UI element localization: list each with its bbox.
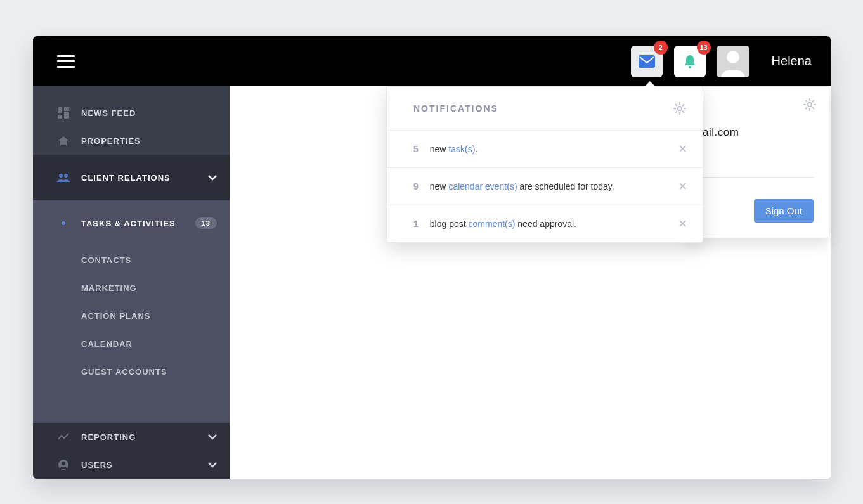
svg-point-7: [59, 174, 63, 178]
mail-icon: [639, 55, 655, 68]
svg-point-20: [678, 107, 682, 110]
sidebar-item-marketing[interactable]: MARKETING: [33, 274, 230, 302]
sidebar-item-label: MARKETING: [81, 283, 137, 293]
svg-line-19: [805, 107, 807, 109]
svg-point-8: [64, 174, 68, 178]
home-icon: [56, 135, 71, 146]
bell-icon: [683, 54, 697, 69]
sidebar-section-client: CLIENT RELATIONS: [33, 155, 230, 200]
sidebar-item-news-feed[interactable]: NEWS FEED: [33, 99, 230, 127]
sidebar-item-client-relations[interactable]: CLIENT RELATIONS: [33, 155, 230, 200]
notification-text: new task(s).: [430, 144, 477, 154]
sidebar-item-label: CALENDAR: [81, 339, 133, 349]
avatar-button[interactable]: [717, 46, 749, 77]
mail-badge: 2: [654, 41, 668, 55]
bell-badge: 13: [697, 41, 711, 55]
sidebar-item-label: USERS: [81, 460, 208, 470]
notification-link[interactable]: task(s): [448, 144, 475, 154]
chart-icon: [56, 433, 71, 441]
sidebar-item-label: ACTION PLANS: [81, 311, 151, 321]
dashboard-icon: [56, 107, 71, 119]
user-circle-icon: [56, 459, 71, 470]
sidebar-item-label: GUEST ACCOUNTS: [81, 367, 167, 377]
sidebar-item-label: CONTACTS: [81, 255, 131, 265]
notifications-title: NOTIFICATIONS: [413, 103, 498, 113]
svg-point-10: [62, 462, 65, 465]
notifications-popup: NOTIFICATIONS 5 new task(s). ✕ 9 new cal…: [386, 86, 703, 243]
sidebar-item-properties[interactable]: PROPERTIES: [33, 127, 230, 155]
svg-line-18: [812, 100, 814, 102]
mail-button[interactable]: 2: [631, 46, 663, 77]
notifications-header: NOTIFICATIONS: [387, 87, 703, 131]
notification-count: 1: [413, 219, 419, 229]
svg-rect-6: [64, 112, 69, 119]
notification-row: 5 new task(s). ✕: [387, 131, 703, 168]
sign-out-button[interactable]: Sign Out: [754, 199, 814, 223]
svg-point-11: [808, 103, 812, 107]
sidebar-item-tasks[interactable]: TASKS & ACTIVITIES 13: [33, 200, 230, 246]
svg-line-17: [812, 107, 814, 109]
tasks-badge: 13: [195, 217, 217, 229]
notification-row: 1 blog post comment(s) need approval. ✕: [387, 205, 703, 242]
profile-email: ail.com: [703, 126, 814, 139]
chevron-down-icon: [208, 175, 217, 181]
username-label[interactable]: Helena: [772, 54, 812, 68]
svg-line-26: [682, 111, 684, 113]
profile-popup: ail.com Sign Out: [687, 86, 829, 238]
dot-icon: [56, 221, 71, 225]
svg-point-2: [727, 51, 739, 63]
sidebar-item-contacts[interactable]: CONTACTS: [33, 246, 230, 274]
svg-rect-4: [64, 107, 69, 111]
bell-button[interactable]: 13: [674, 46, 706, 77]
sidebar-section-bottom: REPORTING USERS: [33, 423, 230, 479]
sidebar-item-guest-accounts[interactable]: GUEST ACCOUNTS: [33, 358, 230, 385]
gear-icon[interactable]: [803, 98, 816, 111]
sidebar-item-action-plans[interactable]: ACTION PLANS: [33, 302, 230, 330]
notification-text: blog post comment(s) need approval.: [430, 219, 576, 229]
svg-rect-3: [58, 107, 62, 113]
sidebar-item-label: NEWS FEED: [81, 108, 217, 118]
close-icon[interactable]: ✕: [678, 217, 687, 231]
notification-count: 9: [413, 181, 419, 191]
notification-text: new calendar event(s) are scheduled for …: [430, 181, 614, 191]
topbar-right: 2 13 Helena: [631, 46, 812, 77]
svg-rect-5: [58, 115, 62, 119]
sidebar-item-label: REPORTING: [81, 432, 208, 442]
sidebar-item-label: PROPERTIES: [81, 136, 217, 146]
svg-line-28: [675, 111, 677, 113]
svg-line-27: [682, 104, 684, 106]
sidebar-item-users[interactable]: USERS: [33, 451, 230, 479]
notification-link[interactable]: calendar event(s): [448, 181, 517, 191]
svg-line-16: [805, 100, 807, 102]
chevron-down-icon: [208, 462, 217, 468]
svg-line-25: [675, 104, 677, 106]
sidebar-item-calendar[interactable]: CALENDAR: [33, 330, 230, 358]
chevron-down-icon: [208, 434, 217, 440]
sidebar-section-top: NEWS FEED PROPERTIES: [33, 86, 230, 155]
people-icon: [56, 173, 71, 182]
close-icon[interactable]: ✕: [678, 179, 687, 193]
sidebar-item-reporting[interactable]: REPORTING: [33, 423, 230, 451]
svg-point-1: [689, 66, 691, 68]
gear-icon[interactable]: [673, 102, 686, 115]
notification-count: 5: [413, 144, 419, 154]
divider: [703, 177, 814, 178]
sidebar-section-sub: TASKS & ACTIVITIES 13 CONTACTS MARKETING…: [33, 200, 230, 423]
close-icon[interactable]: ✕: [678, 142, 687, 156]
sidebar: NEWS FEED PROPERTIES CLIENT RELATIONS TA…: [33, 86, 230, 479]
menu-icon[interactable]: [57, 55, 75, 68]
topbar: 2 13 Helena: [33, 36, 831, 86]
sidebar-item-label: TASKS & ACTIVITIES: [81, 219, 189, 228]
sidebar-item-label: CLIENT RELATIONS: [81, 173, 208, 183]
svg-rect-0: [639, 55, 655, 68]
notification-row: 9 new calendar event(s) are scheduled fo…: [387, 168, 703, 205]
avatar-icon: [717, 46, 749, 77]
notification-link[interactable]: comment(s): [469, 219, 516, 229]
